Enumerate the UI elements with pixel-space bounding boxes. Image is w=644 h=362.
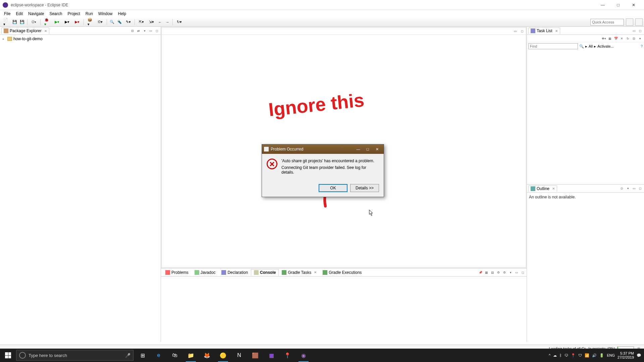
- dialog-maximize-button[interactable]: □: [363, 146, 372, 153]
- collapse-task-icon[interactable]: ⊟: [631, 36, 637, 41]
- menu-navigate[interactable]: Navigate: [25, 11, 47, 16]
- maximize-task-icon[interactable]: ◻: [637, 28, 643, 34]
- ext-tools-button[interactable]: ▶▾: [72, 19, 82, 25]
- close-view-icon[interactable]: ✕: [44, 29, 47, 33]
- view-menu-icon[interactable]: ▾: [142, 28, 147, 34]
- menu-file[interactable]: File: [1, 11, 13, 16]
- maximize-view-icon[interactable]: ◻: [154, 28, 159, 34]
- sync-icon[interactable]: ↻: [625, 36, 631, 41]
- view-menu-bottom-icon[interactable]: ▾: [508, 270, 513, 275]
- tab-console[interactable]: Console: [251, 269, 279, 276]
- maximize-outline-icon[interactable]: ◻: [637, 186, 643, 191]
- help-icon[interactable]: ?: [641, 44, 643, 48]
- open-console-icon[interactable]: ▤: [490, 270, 495, 275]
- last-edit-button[interactable]: ⇱▾: [137, 19, 146, 25]
- task-menu-icon[interactable]: ▾: [637, 36, 643, 41]
- quick-access-input[interactable]: [590, 19, 624, 25]
- volume-icon[interactable]: 🔊: [592, 353, 597, 358]
- save-all-button[interactable]: 💾: [19, 19, 25, 25]
- battery-icon[interactable]: 🗨: [565, 353, 568, 357]
- open-type-button[interactable]: 🔍: [109, 19, 115, 25]
- dialog-close-button[interactable]: ✕: [372, 146, 382, 153]
- package-explorer-tab[interactable]: Package Explorer ✕: [1, 27, 49, 34]
- taskbar-search[interactable]: Type here to search 🎤: [16, 350, 133, 361]
- language-indicator[interactable]: ENG: [607, 353, 615, 357]
- java-perspective-button[interactable]: [635, 18, 643, 26]
- close-task-list-icon[interactable]: ✕: [555, 29, 558, 33]
- eclipse-taskbar-icon[interactable]: ◉: [296, 349, 311, 362]
- minimize-editor-icon[interactable]: ▭: [513, 28, 518, 34]
- notifications-icon[interactable]: 💬: [637, 353, 641, 358]
- activate-arrow-icon[interactable]: ▸: [594, 44, 596, 49]
- notion-icon[interactable]: N: [231, 349, 247, 362]
- categorize-icon[interactable]: ▦: [607, 36, 612, 41]
- schedule-icon[interactable]: 📅: [613, 36, 619, 41]
- mic-icon[interactable]: 🎤: [125, 353, 130, 358]
- menu-search[interactable]: Search: [47, 11, 65, 16]
- bluetooth-icon[interactable]: ᛒ: [559, 353, 562, 357]
- open-perspective-button[interactable]: [626, 18, 633, 26]
- close-button[interactable]: ✕: [626, 0, 641, 10]
- tab-gradle-tasks[interactable]: Gradle Tasks✕: [279, 269, 320, 276]
- new-package-button[interactable]: 📦▾: [86, 19, 95, 25]
- menu-project[interactable]: Project: [65, 11, 83, 16]
- menu-window[interactable]: Window: [96, 11, 115, 16]
- task-view-button[interactable]: ⊞: [135, 349, 150, 362]
- twitch-icon[interactable]: ▦: [264, 349, 279, 362]
- coverage-button[interactable]: ▶▾: [62, 19, 72, 25]
- new-task-icon[interactable]: ✚▾: [601, 36, 606, 41]
- new-button[interactable]: 📄▾: [1, 19, 11, 25]
- debug-button[interactable]: 🐞▾: [42, 19, 52, 25]
- run-button[interactable]: ▶▾: [52, 19, 62, 25]
- search-submit-icon[interactable]: 🔍: [579, 44, 584, 49]
- next-annotation-button[interactable]: ⇲▾: [147, 19, 156, 25]
- pin-button[interactable]: ↻▾: [174, 19, 184, 25]
- forward-button[interactable]: →: [164, 19, 171, 25]
- edge-icon[interactable]: e: [151, 349, 166, 362]
- minimize-task-icon[interactable]: ▭: [631, 28, 637, 34]
- expand-arrow-icon[interactable]: ▸: [3, 37, 6, 41]
- outline-menu-icon[interactable]: ▾: [625, 186, 631, 191]
- ok-button[interactable]: OK: [319, 184, 347, 192]
- defender-icon[interactable]: 🛡: [578, 353, 582, 357]
- new-class-button[interactable]: ©▾: [96, 19, 105, 25]
- display-selected-icon[interactable]: ▦: [484, 270, 489, 275]
- close-gradle-tasks-icon[interactable]: ✕: [314, 270, 317, 274]
- save-button[interactable]: 💾: [11, 19, 18, 25]
- dialog-minimize-button[interactable]: —: [354, 146, 363, 153]
- outline-tab[interactable]: Outline ✕: [528, 185, 557, 192]
- maximize-editor-icon[interactable]: ◻: [519, 28, 525, 34]
- store-icon[interactable]: 🛍: [167, 349, 182, 362]
- firefox-icon[interactable]: 🦊: [199, 349, 215, 362]
- annotation-nav-button[interactable]: ✎▾: [123, 19, 133, 25]
- console-menu2-icon[interactable]: ⚙: [502, 270, 507, 275]
- explorer-icon[interactable]: 📁: [183, 349, 199, 362]
- task-find-input[interactable]: [528, 43, 578, 49]
- details-button[interactable]: Details >>: [350, 184, 379, 192]
- tab-javadoc[interactable]: Javadoc: [192, 269, 219, 276]
- minimize-bottom-icon[interactable]: ▭: [514, 270, 519, 275]
- minimize-outline-icon[interactable]: ▭: [631, 186, 637, 191]
- focus-icon[interactable]: ✕: [619, 36, 625, 41]
- menu-run[interactable]: Run: [83, 11, 96, 16]
- dialog-titlebar[interactable]: Problem Occurred — □ ✕: [262, 144, 384, 154]
- onedrive-icon[interactable]: ☁: [553, 353, 557, 358]
- collapse-all-icon[interactable]: ⊟: [130, 28, 135, 34]
- tray-chevron-icon[interactable]: ^: [549, 353, 550, 357]
- minimize-button[interactable]: —: [595, 0, 610, 10]
- menu-help[interactable]: Help: [115, 11, 129, 16]
- location-icon[interactable]: 📍: [571, 353, 576, 358]
- chrome-icon[interactable]: 🟡: [215, 349, 231, 362]
- project-node[interactable]: ▸ how-to-git-demo: [3, 36, 158, 42]
- search-button[interactable]: 🔦: [116, 19, 123, 25]
- link-editor-icon[interactable]: ⇄: [136, 28, 141, 34]
- minecraft-icon[interactable]: 🟫: [248, 349, 263, 362]
- pin-console-icon[interactable]: 📌: [478, 270, 483, 275]
- task-list-tab[interactable]: Task List ✕: [528, 27, 560, 34]
- close-outline-icon[interactable]: ✕: [552, 187, 555, 190]
- maximize-bottom-icon[interactable]: ◻: [520, 270, 525, 275]
- all-arrow-icon[interactable]: ▸: [585, 44, 587, 49]
- power-icon[interactable]: 🔋: [599, 353, 604, 358]
- all-label[interactable]: All: [589, 44, 593, 48]
- menu-edit[interactable]: Edit: [13, 11, 25, 16]
